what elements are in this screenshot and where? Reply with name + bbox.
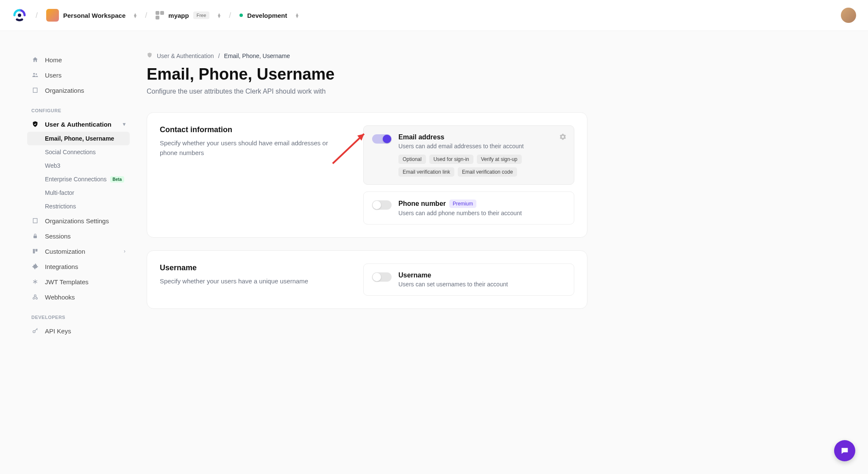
svg-point-1 [33, 73, 35, 75]
sidebar-label: Organizations Settings [45, 217, 109, 225]
sidebar-sub-web3[interactable]: Web3 [27, 159, 130, 172]
app-header: / Personal Workspace ▴▾ / myapp Free ▴▾ … [0, 0, 868, 31]
building-icon [31, 86, 39, 94]
sidebar-label: API Keys [45, 327, 71, 335]
sidebar-label: Integrations [45, 263, 78, 270]
sidebar-label: User & Authentication [45, 121, 111, 128]
status-dot-icon [239, 14, 243, 17]
section-label-developers: DEVELOPERS [31, 315, 130, 320]
tags-row: Optional Used for sign-in Verify at sign… [398, 155, 565, 177]
user-avatar[interactable] [841, 8, 856, 23]
section-label-configure: CONFIGURE [31, 108, 130, 113]
app-switcher[interactable]: myapp Free ▴▾ [156, 11, 220, 19]
workspace-avatar [46, 9, 59, 22]
lock-icon [31, 232, 39, 240]
users-icon [31, 71, 39, 79]
svg-point-18 [33, 330, 35, 333]
separator-icon: / [229, 11, 231, 20]
breadcrumb-current: Email, Phone, Username [224, 53, 290, 59]
webhook-icon [31, 293, 39, 301]
sidebar-label: Webhooks [45, 294, 75, 301]
email-address-option: Email address Users can add email addres… [363, 125, 574, 185]
tag: Verify at sign-up [477, 155, 522, 164]
workspace-name: Personal Workspace [63, 12, 125, 19]
sidebar-item-customization[interactable]: Customization › [27, 244, 130, 259]
card-description: Specify whether your users should have e… [160, 139, 338, 158]
option-title: Username [398, 272, 565, 279]
sidebar-item-organizations[interactable]: Organizations [27, 83, 130, 98]
sidebar-sub-mfa[interactable]: Multi-factor [27, 186, 130, 200]
tag: Used for sign-in [429, 155, 473, 164]
sidebar-item-home[interactable]: Home [27, 52, 130, 67]
sidebar: Home Users Organizations CONFIGURE User … [12, 52, 130, 338]
option-title: Phone number Premium [398, 200, 565, 208]
sidebar-item-jwt[interactable]: JWT Templates [27, 274, 130, 289]
workspace-switcher[interactable]: Personal Workspace ▴▾ [46, 9, 136, 22]
sidebar-item-api-keys[interactable]: API Keys [27, 323, 130, 338]
environment-switcher[interactable]: Development ▴▾ [239, 12, 298, 19]
svg-point-0 [18, 14, 21, 17]
sidebar-label: Home [45, 56, 62, 64]
contact-information-card: Contact information Specify whether your… [147, 112, 587, 238]
sidebar-item-integrations[interactable]: Integrations [27, 259, 130, 274]
sidebar-label: Users [45, 72, 61, 79]
sidebar-sub-social[interactable]: Social Connections [27, 145, 130, 159]
home-icon [31, 56, 39, 64]
sidebar-label: Organizations [45, 87, 84, 94]
sidebar-sub-email-phone-username[interactable]: Email, Phone, Username [27, 132, 130, 145]
chevrons-icon: ▴▾ [218, 13, 220, 18]
card-title: Username [160, 263, 338, 272]
svg-rect-8 [33, 219, 37, 223]
sidebar-label: Sessions [45, 233, 71, 240]
phone-toggle[interactable] [372, 200, 392, 210]
sidebar-item-org-settings[interactable]: Organizations Settings [27, 213, 130, 228]
chevrons-icon: ▴▾ [134, 13, 136, 18]
sidebar-item-user-auth[interactable]: User & Authentication ▾ [27, 116, 130, 132]
breadcrumb-parent[interactable]: User & Authentication [157, 53, 214, 59]
tag: Email verification link [398, 167, 454, 177]
tag: Email verification code [458, 167, 517, 177]
separator-icon: / [218, 53, 220, 59]
shield-icon [31, 120, 39, 128]
username-toggle[interactable] [372, 272, 392, 282]
username-card: Username Specify whether your users have… [147, 250, 587, 309]
gear-icon[interactable] [559, 133, 566, 142]
shield-icon [147, 52, 153, 59]
svg-rect-10 [33, 249, 35, 254]
option-description: Users can set usernames to their account [398, 281, 565, 288]
sidebar-sub-restrictions[interactable]: Restrictions [27, 200, 130, 213]
username-option: Username Users can set usernames to thei… [363, 263, 574, 296]
separator-icon: / [36, 11, 38, 20]
environment-name: Development [247, 12, 287, 19]
sidebar-item-webhooks[interactable]: Webhooks [27, 289, 130, 305]
separator-icon: / [145, 11, 147, 20]
tier-badge: Free [193, 11, 210, 19]
svg-point-2 [36, 73, 37, 75]
breadcrumb: User & Authentication / Email, Phone, Us… [147, 52, 587, 59]
option-description: Users can add email addresses to their a… [398, 143, 565, 150]
page-subtitle: Configure the user attributes the Clerk … [147, 88, 587, 95]
sidebar-sub-enterprise[interactable]: Enterprise ConnectionsBeta [27, 172, 130, 186]
svg-rect-11 [36, 249, 38, 252]
chevrons-icon: ▴▾ [296, 13, 298, 18]
option-title: Email address [398, 133, 565, 141]
main-content: User & Authentication / Email, Phone, Us… [147, 52, 587, 338]
clerk-logo[interactable] [12, 8, 27, 23]
chevron-right-icon: › [124, 248, 125, 254]
card-description: Specify whether your users have a unique… [160, 277, 338, 286]
email-toggle[interactable] [372, 134, 392, 144]
building-icon [31, 217, 39, 225]
page-title: Email, Phone, Username [147, 65, 587, 83]
sidebar-item-sessions[interactable]: Sessions [27, 228, 130, 244]
svg-rect-3 [33, 88, 37, 93]
tag: Optional [398, 155, 426, 164]
palette-icon [31, 247, 39, 255]
app-name: myapp [168, 12, 189, 19]
app-icon [156, 11, 164, 19]
sidebar-label: Customization [45, 248, 85, 255]
sidebar-item-users[interactable]: Users [27, 67, 130, 83]
beta-badge: Beta [110, 176, 125, 183]
phone-number-option: Phone number Premium Users can add phone… [363, 191, 574, 225]
asterisk-icon [31, 278, 39, 286]
chevron-down-icon: ▾ [123, 121, 125, 127]
